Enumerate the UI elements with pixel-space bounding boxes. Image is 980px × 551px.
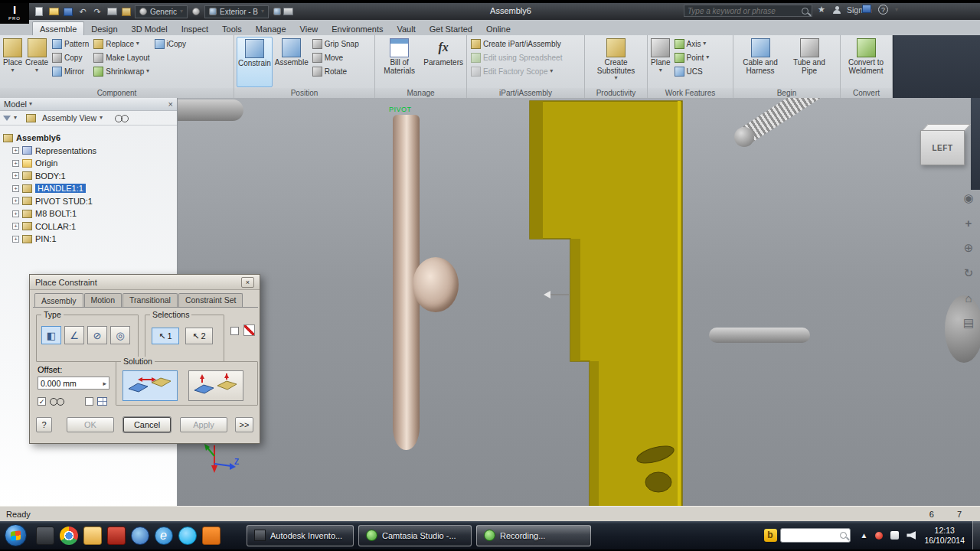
angle-type-button[interactable]: ∠ bbox=[64, 326, 84, 344]
predict-offset-checkbox[interactable] bbox=[85, 397, 93, 406]
home-view-icon[interactable]: ⌂ bbox=[965, 292, 972, 305]
grip-snap-button[interactable]: Grip Snap bbox=[311, 37, 361, 51]
limit-selection-icon[interactable] bbox=[243, 324, 255, 336]
help-button[interactable]: ? bbox=[878, 5, 888, 15]
orbit-icon[interactable]: ↻ bbox=[964, 266, 974, 280]
help-search[interactable] bbox=[684, 5, 812, 17]
part-cylinder-stub[interactable] bbox=[178, 99, 243, 121]
browser-close-button[interactable]: × bbox=[168, 99, 173, 109]
expand-icon[interactable]: + bbox=[12, 236, 19, 243]
expand-icon[interactable]: + bbox=[12, 185, 19, 192]
tray-search-input[interactable] bbox=[784, 531, 840, 540]
redo-button[interactable]: ↷ bbox=[92, 7, 103, 17]
explorer-folder-icon[interactable] bbox=[83, 527, 102, 545]
plane-button[interactable]: Plane ▾ bbox=[650, 37, 671, 87]
appearance-adjust-button[interactable] bbox=[272, 7, 283, 17]
part-pin[interactable] bbox=[709, 328, 810, 343]
tray-app-icon[interactable] bbox=[890, 531, 899, 540]
tab-3d-model[interactable]: 3D Model bbox=[125, 22, 175, 35]
edit-spreadsheet-button[interactable]: Edit using Spreadsheet bbox=[469, 51, 564, 64]
dialog-tab-transitional[interactable]: Transitional bbox=[122, 293, 178, 308]
material-dropdown[interactable]: Generic ▾ bbox=[135, 5, 188, 18]
tangent-type-button[interactable]: ⊘ bbox=[87, 326, 107, 344]
undo-button[interactable]: ↶ bbox=[77, 7, 88, 17]
replace-button[interactable]: Replace ▾ bbox=[92, 37, 151, 51]
recording-status-icon[interactable] bbox=[875, 532, 883, 540]
bill-of-materials-button[interactable]: Bill of Materials bbox=[377, 37, 421, 87]
edit-factory-scope-button[interactable]: Edit Factory Scope ▾ bbox=[469, 64, 564, 78]
move-button[interactable]: Move bbox=[311, 51, 361, 64]
dialog-help-button[interactable]: ? bbox=[36, 417, 52, 432]
axis-button[interactable]: Axis ▾ bbox=[673, 37, 711, 51]
dialog-title-bar[interactable]: Place Constraint × bbox=[30, 275, 260, 290]
view-settings-icon[interactable]: ▤ bbox=[963, 316, 974, 330]
cable-harness-button[interactable]: Cable and Harness bbox=[736, 37, 785, 87]
expand-icon[interactable]: + bbox=[12, 223, 19, 230]
tree-item-handle[interactable]: + HANDLE1:1 bbox=[3, 182, 177, 195]
tree-item-m8-bolt[interactable]: + M8 BOLT:1 bbox=[3, 207, 177, 220]
more-button[interactable]: >> bbox=[235, 417, 253, 432]
tab-get-started[interactable]: Get Started bbox=[423, 22, 479, 35]
convert-weldment-button[interactable]: Convert to Weldment bbox=[843, 37, 889, 87]
zoom-icon[interactable]: ⊕ bbox=[964, 241, 974, 255]
tree-item-pin[interactable]: + PIN:1 bbox=[3, 233, 177, 246]
tab-assemble[interactable]: Assemble bbox=[32, 21, 84, 35]
pan-icon[interactable]: + bbox=[965, 217, 972, 230]
dialog-close-button[interactable]: × bbox=[241, 277, 254, 288]
caret-down-icon[interactable]: ▾ bbox=[14, 115, 17, 121]
mirror-button[interactable]: Mirror bbox=[51, 64, 90, 78]
tab-tools[interactable]: Tools bbox=[215, 22, 249, 35]
exchange-apps-button[interactable] bbox=[862, 5, 871, 15]
create-substitutes-button[interactable]: Create Substitutes ▾ bbox=[587, 37, 645, 87]
tab-vault[interactable]: Vault bbox=[390, 22, 422, 35]
taskbar-window-recording[interactable]: Recording... bbox=[476, 525, 591, 546]
adobe-reader-icon[interactable] bbox=[107, 527, 126, 545]
taskbar-window-inventor[interactable]: Autodesk Invento... bbox=[247, 525, 354, 546]
start-button[interactable] bbox=[5, 524, 27, 546]
copy-button[interactable]: Copy bbox=[51, 51, 90, 64]
internet-explorer-icon[interactable]: e bbox=[155, 527, 173, 545]
mate-type-button[interactable]: ◧ bbox=[41, 326, 61, 344]
tube-pipe-button[interactable]: Tube and Pipe bbox=[786, 37, 832, 87]
first-selection-button[interactable]: ↖ 1 bbox=[152, 328, 179, 344]
favorites-button[interactable]: ★ bbox=[816, 5, 827, 15]
insert-type-button[interactable]: ◎ bbox=[110, 326, 130, 344]
assembly-view-selector[interactable]: Assembly View bbox=[42, 113, 96, 122]
media-player-icon[interactable] bbox=[131, 527, 149, 545]
pick-part-first-checkbox[interactable] bbox=[230, 327, 239, 335]
offset-input[interactable]: 0.000 mm ▸ bbox=[38, 377, 109, 390]
expand-icon[interactable]: + bbox=[12, 210, 19, 217]
tab-design[interactable]: Design bbox=[84, 22, 124, 35]
dialog-tab-constraint-set[interactable]: Constraint Set bbox=[178, 293, 243, 308]
constrain-button[interactable]: Constrain bbox=[237, 37, 273, 87]
cancel-button[interactable]: Cancel bbox=[123, 417, 171, 432]
3d-viewport[interactable]: PIVOT LEFT ◉ + ⊕ ↻ bbox=[178, 98, 980, 506]
home-button[interactable] bbox=[121, 7, 132, 17]
print-button[interactable] bbox=[106, 7, 117, 17]
measure-button[interactable] bbox=[283, 7, 293, 17]
tab-inspect[interactable]: Inspect bbox=[175, 22, 215, 35]
part-bolt-head[interactable] bbox=[734, 127, 754, 147]
tree-item-pivot-stud[interactable]: + PIVOT STUD:1 bbox=[3, 195, 177, 208]
pattern-button[interactable]: Pattern bbox=[51, 37, 90, 51]
find-icon[interactable] bbox=[115, 115, 127, 122]
apply-button[interactable]: Apply bbox=[180, 417, 227, 432]
save-button[interactable] bbox=[63, 7, 74, 17]
point-button[interactable]: Point ▾ bbox=[673, 51, 711, 64]
skype-icon[interactable] bbox=[178, 527, 197, 545]
ok-button[interactable]: OK bbox=[67, 417, 114, 432]
minimize-ribbon-button[interactable]: ▾ bbox=[895, 5, 898, 15]
tab-view[interactable]: View bbox=[293, 22, 325, 35]
preview-checkbox[interactable]: ✓ bbox=[38, 397, 46, 406]
create-button[interactable]: Create ▾ bbox=[24, 37, 49, 87]
tab-online[interactable]: Online bbox=[479, 22, 518, 35]
dialog-tab-assembly[interactable]: Assembly bbox=[34, 293, 83, 308]
viewcube-face-label[interactable]: LEFT bbox=[933, 144, 953, 152]
flyout-arrow-icon[interactable]: ▸ bbox=[103, 380, 106, 387]
assemble-button[interactable]: Assemble bbox=[274, 37, 309, 87]
part-collar[interactable] bbox=[413, 257, 459, 312]
taskbar-clock[interactable]: 12:13 16/10/2014 bbox=[924, 526, 965, 546]
tree-item-assembly6[interactable]: Assembly6 bbox=[3, 132, 177, 145]
shrinkwrap-button[interactable]: Shrinkwrap ▾ bbox=[92, 64, 151, 78]
taskbar-window-camtasia[interactable]: Camtasia Studio -... bbox=[358, 525, 472, 546]
